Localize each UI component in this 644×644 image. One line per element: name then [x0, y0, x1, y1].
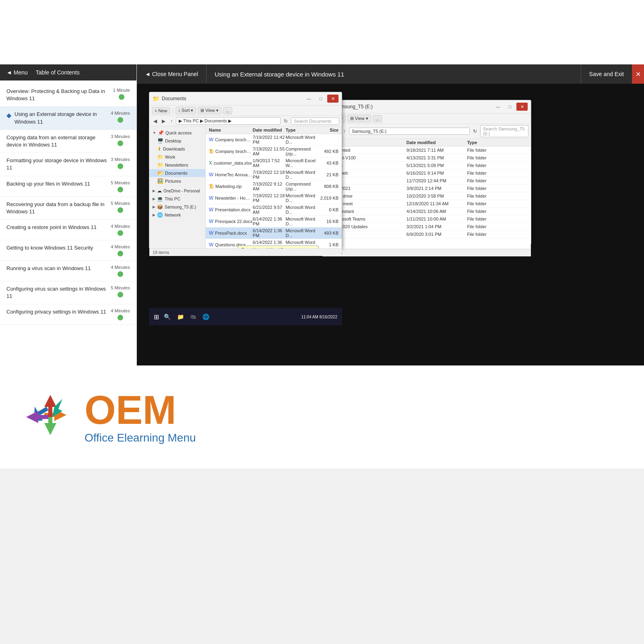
- file-row-4[interactable]: WHomeTec Annual reports.docx 7/19/2022 1…: [206, 169, 342, 181]
- toc-item-1[interactable]: Overview: Protecting & Backing up Data i…: [0, 84, 136, 107]
- back-folder-row-7[interactable]: 📁ngle drive 10/2/2020 3:58 PM File folde…: [322, 192, 531, 200]
- file-row-6[interactable]: WNewsletter - HomeTec reports.docx 7/19/…: [206, 192, 342, 204]
- sidebar-downloads[interactable]: ⬇ Downloads: [149, 145, 205, 153]
- sidebar-network[interactable]: ▶ 🌐 Network: [149, 211, 205, 219]
- back-more-button[interactable]: ...: [373, 115, 382, 122]
- oem-arrows-logo: [24, 395, 76, 439]
- start-button[interactable]: ⊞: [154, 313, 159, 321]
- file-row-1[interactable]: WCompany brochure v1.docx 7/19/2022 11:4…: [206, 134, 342, 146]
- edge-taskbar-icon[interactable]: 🌐: [201, 312, 211, 322]
- main-refresh[interactable]: ↻: [282, 118, 289, 125]
- main-maximize-button[interactable]: □: [315, 95, 326, 103]
- sidebar-onedrive[interactable]: ▶ ☁ OneDrive - Personal: [149, 187, 205, 195]
- back-folder-row-8[interactable]: 📁ngle meet 12/18/2020 11:34 AM File fold…: [322, 200, 531, 208]
- file-row-7[interactable]: WPresentation.docx 6/21/2022 9:57 AM Mic…: [206, 204, 342, 216]
- toc-item-7[interactable]: Creating a restore point in Windows 11 4…: [0, 220, 136, 240]
- main-minimize-button[interactable]: —: [303, 95, 314, 103]
- toc-item-6[interactable]: Recovering your data from a backup file …: [0, 197, 136, 220]
- back-search-box[interactable]: Search Samsung_T5 (E:): [480, 125, 528, 137]
- sidebar-quick-access-item[interactable]: ▼ 📌 Quick access: [149, 129, 205, 137]
- view-button[interactable]: ⊞ View ▾: [198, 107, 221, 114]
- back-folder-row-5[interactable]: 📁ive 11/7/2020 12:44 PM File folder: [322, 177, 531, 185]
- toc-dot-10: [118, 292, 123, 297]
- back-folder-row-6[interactable]: 📁rait 2021 3/9/2021 2:14 PM File folder: [322, 185, 531, 192]
- back-win-controls: — □ ✕: [492, 103, 528, 111]
- main-nav-back[interactable]: ◀: [152, 118, 159, 125]
- sidebar-documents[interactable]: 📂 Documents: [149, 169, 205, 177]
- back-view-button[interactable]: ⊞ View ▾: [347, 115, 371, 122]
- toc-dot-2: [118, 117, 123, 123]
- toc-item-9[interactable]: Running a virus scan in Windows 11 4 Min…: [0, 261, 136, 281]
- word-icon-9: W: [209, 230, 213, 236]
- back-folder-row-3[interactable]: 📁ches 5/13/2021 5:09 PM File folder: [322, 162, 531, 169]
- search-taskbar-icon[interactable]: 🔍: [162, 312, 172, 322]
- oem-subtitle: Office Elearning Menu: [85, 431, 196, 444]
- back-folder-row-10[interactable]: 📁Microsoft Teams 1/11/2021 10:00 AM File…: [322, 215, 531, 223]
- file-row-3[interactable]: Xcustomer_data.xlsx 1/9/2013 7:52 AM Mic…: [206, 157, 342, 169]
- toc-item-8[interactable]: Getting to know Windows 11 Security 4 Mi…: [0, 240, 136, 261]
- back-folder-row-12[interactable]: 📁 6/9/2020 3:01 PM File folder: [322, 231, 531, 238]
- panel-title: Using an External storage device in Wind…: [206, 71, 580, 78]
- file-row-2[interactable]: 🗜Company brochure v1.zip 7/19/2022 11:55…: [206, 146, 342, 157]
- toc-list: Overview: Protecting & Backing up Data i…: [0, 80, 136, 328]
- file-row-9[interactable]: WPressPack.docx 6/14/2022 1:36 PM Micros…: [206, 227, 342, 239]
- new-button[interactable]: + New: [152, 107, 170, 114]
- main-addressbar: ◀ ▶ ↑ ▶ This PC ▶ Documents ▶ ↻ Search D…: [149, 116, 342, 126]
- onedrive-icon: ☁: [157, 188, 162, 194]
- back-nav-up[interactable]: ↑: [342, 128, 347, 135]
- folder-taskbar-icon[interactable]: 📁: [175, 312, 186, 322]
- more-button[interactable]: ...: [223, 107, 232, 114]
- word-doc-icon: W: [209, 137, 213, 142]
- word-icon-8: W: [209, 219, 213, 224]
- main-win-controls: — □ ✕: [303, 95, 339, 103]
- back-minimize-button[interactable]: —: [492, 103, 504, 111]
- back-address-box[interactable]: Samsung_T5 (E:): [349, 128, 470, 135]
- store-taskbar-icon[interactable]: 🛍: [189, 312, 198, 322]
- excel-icon: X: [209, 160, 212, 166]
- toc-dot-3: [118, 140, 123, 146]
- menu-button[interactable]: ◄ Menu: [6, 69, 28, 76]
- close-button[interactable]: ✕: [632, 64, 644, 84]
- toolbar-separator: [173, 107, 173, 114]
- toc-dot-11: [118, 315, 123, 320]
- back-folder-row-1[interactable]: 📁Invented 9/18/2021 7:11 AM File folder: [322, 147, 531, 154]
- main-close-button[interactable]: ✕: [327, 95, 339, 103]
- main-nav-up[interactable]: ↑: [169, 118, 174, 125]
- file-row-10[interactable]: WQuestions.docx 6/14/2022 1:36 PM Micros…: [206, 239, 342, 248]
- back-folder-row-4[interactable]: 📁ordweb 6/16/2021 9:14 PM File folder: [322, 169, 531, 177]
- sidebar-desktop[interactable]: 🖥️ Desktop: [149, 137, 205, 145]
- close-menu-button[interactable]: ◄ Close Menu Panel: [137, 64, 206, 84]
- back-win-titlebar: 📦 Samsung_T5 (E:) — □ ✕: [322, 100, 531, 114]
- main-address-box[interactable]: ▶ This PC ▶ Documents ▶: [176, 117, 281, 125]
- toc-item-2[interactable]: ◆ Using an External storage device in Wi…: [0, 107, 136, 130]
- toc-dot-8: [118, 251, 123, 256]
- sort-button[interactable]: ↕ Sort ▾: [175, 107, 196, 114]
- toc-item-3[interactable]: Copying data from an external storage de…: [0, 130, 136, 153]
- documents-icon: 📁: [153, 95, 159, 102]
- main-file-list: Name Date modified Type Size WCompany br…: [206, 126, 342, 248]
- main-search-box[interactable]: Search Documents: [291, 118, 339, 125]
- back-close-button[interactable]: ✕: [516, 103, 528, 111]
- back-refresh[interactable]: ↻: [471, 128, 479, 135]
- back-maximize-button[interactable]: □: [504, 103, 516, 111]
- save-exit-button[interactable]: Save and Exit: [581, 64, 632, 84]
- back-folder-row-11[interactable]: 📁ice 2020 Updates 3/2/2021 1:04 PM File …: [322, 223, 531, 231]
- win-taskbar: ⊞ 🔍 📁 🛍 🌐 11:04 AM 8/16/2022: [149, 308, 342, 325]
- back-folder-row-2[interactable]: 📁ttlight-V100 4/13/2021 3:31 PM File fol…: [322, 154, 531, 162]
- toc-item-10[interactable]: Configuring virus scan settings in Windo…: [0, 281, 136, 304]
- toc-item-5[interactable]: Backing up your files in Windows 11 5 Mi…: [0, 176, 136, 197]
- sidebar-this-pc[interactable]: ▶ 💻 This PC: [149, 195, 205, 203]
- back-explorer-content: Name Date modified Type 📁Invented 9/18/2…: [322, 139, 531, 249]
- back-folder-row-9[interactable]: 📁undInstant 4/14/2021 10:06 AM File fold…: [322, 208, 531, 215]
- network-icon: 🌐: [157, 212, 163, 218]
- back-file-list-header: Name Date modified Type: [322, 139, 531, 147]
- toc-item-4[interactable]: Formatting your storage device in Window…: [0, 153, 136, 176]
- sidebar-newsletters[interactable]: 📁 Newsletters: [149, 161, 205, 169]
- sidebar-pictures[interactable]: 🖼️ Pictures: [149, 177, 205, 185]
- sidebar-work[interactable]: 📁 Work: [149, 153, 205, 161]
- sidebar-samsung[interactable]: ▶ 📦 Samsung_T5 (E:): [149, 203, 205, 211]
- file-row-8[interactable]: WPresspack 22.docx 6/14/2022 1:36 PM Mic…: [206, 216, 342, 227]
- toc-item-11[interactable]: Configuring privacy settings in Windows …: [0, 304, 136, 325]
- main-nav-forward[interactable]: ▶: [160, 118, 167, 125]
- file-row-5[interactable]: 🗜Marketing.zip 7/19/2022 9:12 AM Compres…: [206, 181, 342, 192]
